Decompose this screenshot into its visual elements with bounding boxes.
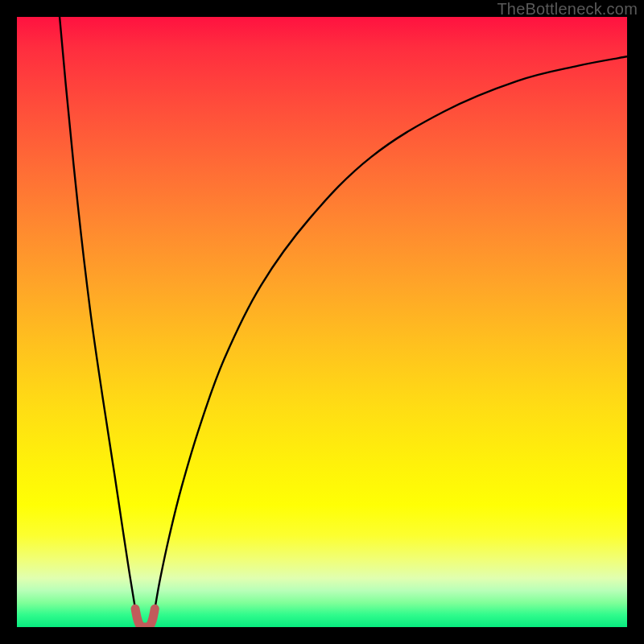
- minimum-marker: [135, 609, 155, 627]
- left-branch: [60, 17, 139, 624]
- bottleneck-curve: [17, 17, 627, 627]
- right-branch: [151, 56, 627, 624]
- watermark-text: TheBottleneck.com: [497, 0, 638, 19]
- curve-group: [60, 17, 627, 627]
- chart-frame: [17, 17, 627, 627]
